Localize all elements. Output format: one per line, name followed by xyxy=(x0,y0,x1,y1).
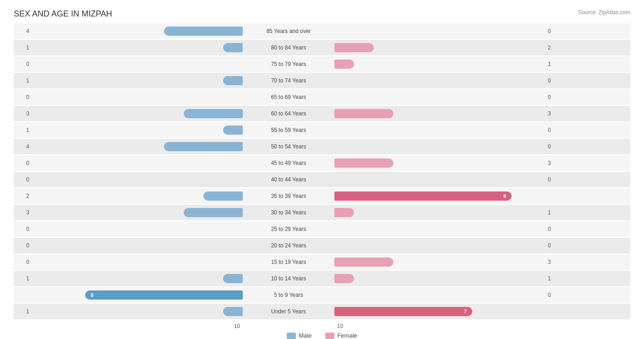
age-label: 75 to 79 Years xyxy=(243,61,334,67)
left-value: 0 xyxy=(14,160,32,166)
bar-row: 0 75 to 79 Years 1 xyxy=(14,56,630,72)
right-bar-area xyxy=(334,290,545,300)
right-bar-area xyxy=(334,224,545,234)
bar-row: 1 10 to 14 Years 1 xyxy=(14,271,630,286)
female-bar xyxy=(334,109,393,118)
age-label: 30 to 34 Years xyxy=(243,209,334,216)
right-bar-area xyxy=(334,241,545,251)
male-bar xyxy=(203,191,243,201)
age-label: 80 to 84 Years xyxy=(243,44,334,51)
right-value: 0 xyxy=(545,226,563,232)
male-bar xyxy=(184,208,243,217)
male-bar: 8 xyxy=(85,290,243,300)
bar-row: 2 35 to 39 Years 9 xyxy=(14,188,630,204)
left-value: 4 xyxy=(14,143,32,150)
left-bar-area xyxy=(32,125,243,135)
left-value: 0 xyxy=(14,226,32,232)
left-bar-area xyxy=(32,241,243,251)
right-value: 0 xyxy=(545,94,563,100)
bar-row: 4 85 Years and over 0 xyxy=(14,23,630,39)
right-value: 2 xyxy=(545,44,563,51)
bar-row: 0 40 to 44 Years 0 xyxy=(14,172,630,187)
legend-female: Female xyxy=(325,332,357,339)
female-swatch xyxy=(325,333,334,339)
left-value: 0 xyxy=(14,176,32,183)
right-bar-area xyxy=(334,92,545,102)
left-bar-area: 8 xyxy=(32,290,243,300)
age-label: Under 5 Years xyxy=(243,308,334,315)
left-bar-area xyxy=(32,158,243,168)
right-value: 0 xyxy=(545,176,563,183)
left-value: 1 xyxy=(14,308,32,315)
legend: Male Female xyxy=(14,332,630,339)
right-value: 0 xyxy=(545,292,563,298)
age-label: 50 to 54 Years xyxy=(243,143,334,150)
left-bar-area xyxy=(32,224,243,234)
right-bar-area xyxy=(334,109,545,119)
male-swatch xyxy=(287,333,296,339)
right-value: 0 xyxy=(545,127,563,133)
female-bar xyxy=(334,159,393,168)
left-bar-area xyxy=(32,257,243,267)
bar-row: 1 80 to 84 Years 2 xyxy=(14,40,630,55)
chart-area: 4 85 Years and over 0 1 80 to 84 Years 2… xyxy=(14,23,630,319)
age-label: 60 to 64 Years xyxy=(243,110,334,117)
left-bar-area xyxy=(32,109,243,119)
age-label: 65 to 69 Years xyxy=(243,94,334,100)
male-bar-label-inside: 8 xyxy=(88,292,96,298)
left-bar-area xyxy=(32,208,243,218)
bar-row: 4 50 to 54 Years 0 xyxy=(14,139,630,154)
right-value: 3 xyxy=(545,259,563,265)
legend-male: Male xyxy=(287,332,311,339)
right-bar-area xyxy=(334,158,545,168)
male-bar xyxy=(223,76,243,85)
male-label: Male xyxy=(299,332,311,339)
female-bar: 7 xyxy=(334,307,472,316)
bar-row: 0 65 to 69 Years 0 xyxy=(14,89,630,105)
right-value: 0 xyxy=(545,28,563,34)
right-value: 3 xyxy=(545,110,563,117)
age-label: 40 to 44 Years xyxy=(243,176,334,183)
right-bar-area xyxy=(334,26,545,36)
male-bar xyxy=(184,109,243,118)
left-bar-area xyxy=(32,175,243,185)
bar-row: 1 55 to 59 Years 0 xyxy=(14,122,630,138)
left-value: 4 xyxy=(14,28,32,34)
left-value: 1 xyxy=(14,127,32,133)
age-label: 20 to 24 Years xyxy=(243,242,334,249)
right-value: 3 xyxy=(545,160,563,166)
left-bar-area xyxy=(32,92,243,102)
female-bar xyxy=(334,60,354,69)
chart-title: SEX AND AGE IN MIZPAH xyxy=(14,9,630,19)
male-bar xyxy=(223,274,243,283)
age-label: 15 to 19 Years xyxy=(243,259,334,265)
age-label: 55 to 59 Years xyxy=(243,127,334,133)
left-value: 0 xyxy=(14,94,32,100)
bar-row: 0 45 to 49 Years 3 xyxy=(14,155,630,171)
age-label: 70 to 74 Years xyxy=(243,77,334,84)
axis-left-label: 10 xyxy=(14,323,243,329)
left-bar-area xyxy=(32,76,243,86)
left-value: 3 xyxy=(14,209,32,216)
left-value: 1 xyxy=(14,275,32,282)
left-value: 0 xyxy=(14,61,32,67)
bar-row: 1 70 to 74 Years 0 xyxy=(14,73,630,88)
right-bar-area xyxy=(334,59,545,69)
left-bar-area xyxy=(32,191,243,201)
female-bar: 9 xyxy=(334,191,512,201)
left-bar-area xyxy=(32,142,243,152)
right-bar-area xyxy=(334,175,545,185)
left-value: 3 xyxy=(14,110,32,117)
female-bar xyxy=(334,43,374,52)
bar-row: 0 25 to 29 Years 0 xyxy=(14,221,630,237)
bar-row: 8 5 to 9 Years 0 xyxy=(14,287,630,303)
female-bar xyxy=(334,257,393,267)
left-value: 1 xyxy=(14,77,32,84)
bar-row: 3 30 to 34 Years 1 xyxy=(14,205,630,220)
left-value: 2 xyxy=(14,193,32,199)
left-value: 0 xyxy=(14,242,32,249)
bar-row: 1 Under 5 Years 7 xyxy=(14,304,630,319)
age-label: 35 to 39 Years xyxy=(243,193,334,199)
bar-row: 0 20 to 24 Years 0 xyxy=(14,238,630,253)
age-label: 5 to 9 Years xyxy=(243,292,334,298)
